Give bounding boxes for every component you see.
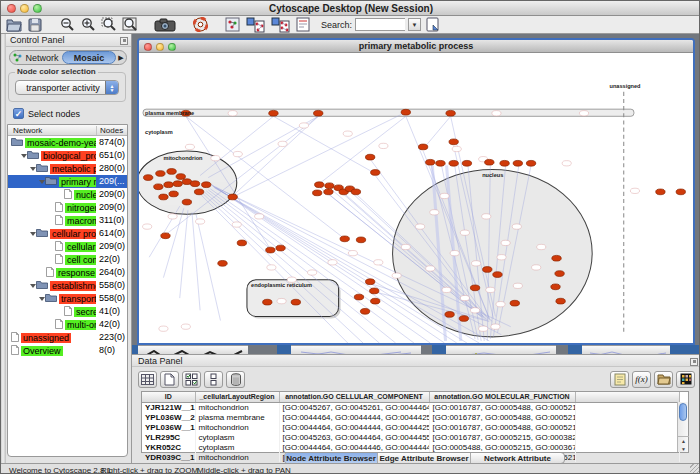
- tree-item[interactable]: biological_process651(0): [8, 149, 127, 162]
- network-node[interactable]: [202, 182, 211, 188]
- network-node-label[interactable]: [267, 265, 276, 270]
- network-node-label[interactable]: [299, 123, 308, 128]
- network-node[interactable]: [555, 271, 564, 277]
- network-node[interactable]: [194, 189, 203, 195]
- network-node-label[interactable]: [343, 131, 352, 136]
- expand-arrow-icon[interactable]: [38, 178, 45, 185]
- network-node-label[interactable]: [426, 266, 435, 271]
- network-node[interactable]: [169, 191, 178, 197]
- tree-item[interactable]: mosaic-demo-yeast874(0): [8, 136, 127, 149]
- network-overview-icon[interactable]: [223, 17, 241, 33]
- network-edge[interactable]: [200, 116, 273, 175]
- network-node[interactable]: [154, 184, 163, 190]
- tree-item[interactable]: multi-organism pro42(0): [8, 318, 127, 331]
- zoom-in-icon[interactable]: [79, 17, 97, 33]
- network-node[interactable]: [656, 189, 665, 195]
- table-column-header[interactable]: ID: [142, 392, 195, 402]
- table-cell[interactable]: [GO:0016787, GO:0005488, GO:0005215, G..…: [429, 422, 575, 432]
- table-cell[interactable]: YJR121W__1: [142, 402, 195, 412]
- browser-tab-2[interactable]: Network Attribute Browser: [471, 453, 564, 463]
- table-cell[interactable]: plasma membrane: [195, 412, 279, 422]
- network-node[interactable]: [237, 240, 246, 246]
- tree-item[interactable]: nitrogen compo209(0): [8, 201, 127, 214]
- network-node[interactable]: [313, 190, 322, 196]
- network-node-label[interactable]: [562, 161, 571, 166]
- network-node-label[interactable]: [379, 143, 388, 148]
- table-cell[interactable]: YLR295C: [142, 432, 195, 442]
- table-cell[interactable]: YDR039C__1: [142, 452, 195, 462]
- network-node[interactable]: [159, 194, 168, 200]
- network-node[interactable]: [556, 298, 565, 304]
- table-cell[interactable]: [GO:0016787, GO:0005488, GO:0005215, G..…: [429, 402, 575, 412]
- table-row[interactable]: YKR052Ccytoplasm[GO:0044464, GO:0044446,…: [142, 442, 679, 452]
- network-node[interactable]: [371, 298, 380, 304]
- annotation-icon[interactable]: [294, 17, 312, 33]
- network-node[interactable]: [551, 284, 560, 290]
- tab-network[interactable]: Network: [10, 51, 62, 64]
- layout-nodes-icon-b[interactable]: [269, 17, 291, 33]
- expand-arrow-icon[interactable]: [29, 282, 36, 289]
- network-node-label[interactable]: [460, 230, 469, 235]
- network-node-label[interactable]: [450, 250, 459, 255]
- network-node[interactable]: [500, 160, 509, 166]
- heatmap-icon[interactable]: [676, 371, 695, 388]
- expand-arrow-icon[interactable]: [38, 295, 45, 302]
- network-window-titlebar[interactable]: primary metabolic process: [139, 40, 693, 53]
- table-cell[interactable]: [GO:0045267, GO:0045261, GO:0044464, G..…: [279, 402, 429, 412]
- network-node[interactable]: [340, 236, 349, 242]
- tree-item[interactable]: cellular metabol209(0): [8, 240, 127, 253]
- network-node[interactable]: [161, 233, 170, 239]
- network-node[interactable]: [182, 199, 191, 205]
- tree-item[interactable]: Overview8(0): [8, 344, 127, 357]
- network-node-label[interactable]: [497, 255, 506, 260]
- table-cell[interactable]: [GO:0044464, GO:0044444, GO:0044425, G..…: [279, 412, 429, 422]
- table-cell[interactable]: YPL036W__2: [142, 412, 195, 422]
- network-node[interactable]: [167, 169, 176, 175]
- float-data-panel-icon[interactable]: [690, 358, 698, 366]
- network-edge[interactable]: [423, 116, 450, 149]
- network-node[interactable]: [315, 182, 324, 188]
- tree-item[interactable]: cell communicat22(0): [8, 253, 127, 266]
- expand-arrow-icon[interactable]: [20, 152, 27, 159]
- network-node[interactable]: [365, 279, 374, 285]
- select-nodes-checkbox[interactable]: ✓: [13, 108, 24, 119]
- delete-attribute-icon[interactable]: [226, 371, 245, 388]
- table-cell[interactable]: mitochondrion: [195, 422, 279, 432]
- tree-item[interactable]: cellular process614(0): [8, 227, 127, 240]
- network-node[interactable]: [173, 181, 182, 187]
- network-node[interactable]: [190, 181, 199, 187]
- panel-gripper[interactable]: [1, 34, 6, 463]
- network-node-label[interactable]: [392, 273, 401, 278]
- network-edge[interactable]: [319, 116, 406, 183]
- network-node[interactable]: [510, 300, 519, 306]
- network-node-label[interactable]: [228, 111, 237, 116]
- network-node[interactable]: [269, 110, 278, 116]
- network-node[interactable]: [526, 160, 535, 166]
- network-node-label[interactable]: [196, 219, 205, 224]
- help-ring-icon[interactable]: [191, 17, 209, 33]
- network-node-label[interactable]: [348, 250, 357, 255]
- layout-nodes-icon-a[interactable]: [244, 17, 266, 33]
- table-row[interactable]: YPL036W__1mitochondrion[GO:0044464, GO:0…: [142, 422, 679, 432]
- network-node[interactable]: [436, 160, 445, 166]
- network-node-label[interactable]: [328, 260, 337, 265]
- tree-item[interactable]: nucleobase-209(0): [8, 188, 127, 201]
- network-node[interactable]: [449, 139, 458, 145]
- network-node[interactable]: [218, 260, 227, 266]
- tree-item[interactable]: secretion41(0): [8, 305, 127, 318]
- network-edge[interactable]: [180, 210, 188, 298]
- search-dropdown-button[interactable]: ▼: [408, 18, 421, 31]
- network-edge[interactable]: [204, 192, 379, 343]
- network-node-label[interactable]: [440, 193, 449, 198]
- table-row[interactable]: YJR121W__1mitochondrion[GO:0045267, GO:0…: [142, 402, 679, 412]
- attribute-grid-icon[interactable]: [138, 371, 157, 388]
- network-node[interactable]: [371, 170, 380, 176]
- network-node[interactable]: [513, 160, 522, 166]
- table-cell[interactable]: YKR052C: [142, 442, 195, 452]
- tree-item[interactable]: transport558(0): [8, 292, 127, 305]
- network-node[interactable]: [228, 194, 237, 200]
- network-node-label[interactable]: [537, 244, 546, 249]
- table-cell[interactable]: [GO:0045263, GO:0044464, GO:0044455, G..…: [279, 432, 429, 442]
- table-row[interactable]: YLR295Ccytoplasm[GO:0045263, GO:0044464,…: [142, 432, 679, 442]
- network-node-label[interactable]: [308, 270, 317, 275]
